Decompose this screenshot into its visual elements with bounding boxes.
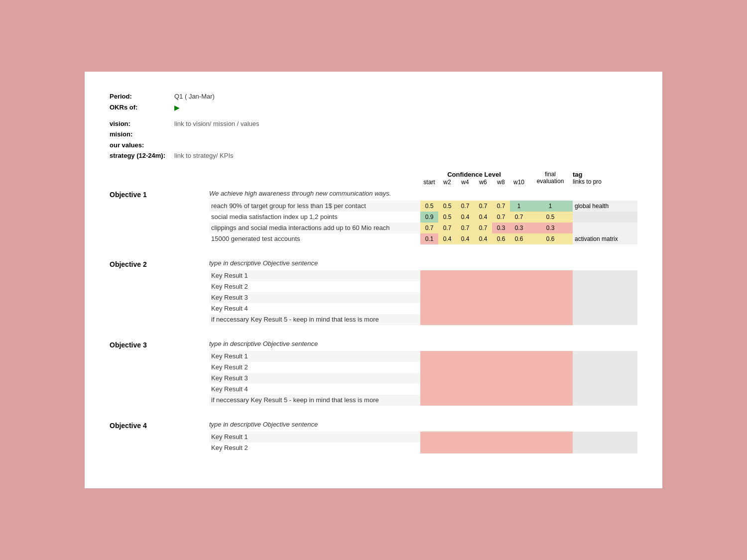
objective-3-krs: Key Result 1Key Result 2Key Result 3Key … xyxy=(110,351,637,406)
objective-4-krs: Key Result 1Key Result 2 xyxy=(110,432,637,453)
kr-2-4-text: Key Result 4 xyxy=(209,303,420,314)
period-label: Period: xyxy=(110,92,174,102)
kr-1-1-start: 0.5 xyxy=(420,201,438,212)
objective-4-label: Objective 4 xyxy=(110,421,209,430)
table-header: Confidence Level start w2 w4 w6 w8 w10 f… xyxy=(110,171,637,186)
kr-3-1-text: Key Result 1 xyxy=(209,351,420,362)
kr-1-2-final: 0.5 xyxy=(528,212,573,223)
kr-3-2-text: Key Result 2 xyxy=(209,362,420,373)
kr-1-2-w6: 0.4 xyxy=(474,212,492,223)
kr-1-4-w4: 0.4 xyxy=(456,233,474,244)
objective-2-label: Objective 2 xyxy=(110,259,209,268)
objective-4-block: Objective 4 type in descriptive Objectiv… xyxy=(110,421,637,453)
kr-1-1-w6: 0.7 xyxy=(474,201,492,212)
kr-1-1-tag: global health xyxy=(573,201,637,212)
kr-1-2-row: social media satisfaction index up 1,2 p… xyxy=(110,212,637,223)
objective-2-krs: Key Result 1Key Result 2Key Result 3Key … xyxy=(110,270,637,325)
kr-1-4-start: 0.1 xyxy=(420,233,438,244)
col-w10: w10 xyxy=(510,179,528,186)
objective-1-label: Objective 1 xyxy=(110,190,209,199)
kr-1-2-w8: 0.7 xyxy=(492,212,510,223)
kr-3-3-text: Key Result 3 xyxy=(209,373,420,384)
strategy-label: strategy (12-24m): xyxy=(110,151,174,161)
kr-2-5-row: if neccessary Key Result 5 - keep in min… xyxy=(110,314,637,325)
kr-2-2-text: Key Result 2 xyxy=(209,281,420,292)
kr-1-1-w8: 0.7 xyxy=(492,201,510,212)
kr-1-4-w8: 0.6 xyxy=(492,233,510,244)
kr-2-5-text: if neccessary Key Result 5 - keep in min… xyxy=(209,314,420,325)
kr-1-4-confidence: 0.1 0.4 0.4 0.4 0.6 0.6 xyxy=(420,233,528,244)
okrs-of-value: ▶ xyxy=(174,103,180,113)
kr-3-2-row: Key Result 2 xyxy=(110,362,637,373)
kr-1-1-final: 1 xyxy=(528,201,573,212)
kr-1-3-confidence: 0.7 0.7 0.7 0.7 0.3 0.3 xyxy=(420,223,528,233)
kr-2-4-row: Key Result 4 xyxy=(110,303,637,314)
kr-1-4-w2: 0.4 xyxy=(438,233,456,244)
vision-value[interactable]: link to vision/ mission / values xyxy=(174,119,259,129)
kr-1-2-text: social media satisfaction index up 1,2 p… xyxy=(209,212,420,223)
kr-1-1-w2: 0.5 xyxy=(438,201,456,212)
meta-section: Period: Q1 ( Jan-Mar) OKRs of: ▶ vision:… xyxy=(110,92,637,161)
objective-3-label: Objective 3 xyxy=(110,340,209,349)
kr-1-4-final: 0.6 xyxy=(528,233,573,244)
kr-2-3-row: Key Result 3 xyxy=(110,292,637,303)
col-w4: w4 xyxy=(456,179,474,186)
col-w6: w6 xyxy=(474,179,492,186)
kr-1-4-tag: activation matrix xyxy=(573,233,637,244)
kr-1-3-start: 0.7 xyxy=(420,223,438,233)
mission-label: mision: xyxy=(110,129,174,139)
kr-3-5-row: if neccessary Key Result 5 - keep in min… xyxy=(110,395,637,406)
our-values-label: our values: xyxy=(110,140,174,150)
kr-2-3-text: Key Result 3 xyxy=(209,292,420,303)
col-start: start xyxy=(420,179,438,186)
kr-1-1-text: reach 90% of target group for less than … xyxy=(209,201,420,212)
kr-4-2-row: Key Result 2 xyxy=(110,443,637,453)
document: Period: Q1 ( Jan-Mar) OKRs of: ▶ vision:… xyxy=(85,72,662,488)
vision-label: vision: xyxy=(110,119,174,129)
kr-3-4-text: Key Result 4 xyxy=(209,384,420,395)
kr-1-4-w10: 0.6 xyxy=(510,233,528,244)
kr-1-4-row: 15000 generated test accounts 0.1 0.4 0.… xyxy=(110,233,637,244)
kr-1-2-w2: 0.5 xyxy=(438,212,456,223)
objective-2-block: Objective 2 type in descriptive Objectiv… xyxy=(110,259,637,325)
objective-4-sentence: type in descriptive Objective sentence xyxy=(209,421,318,428)
objective-1-sentence: We achieve high awareness through new co… xyxy=(209,190,391,197)
final-header: final evaluation xyxy=(528,171,573,185)
kr-2-1-text: Key Result 1 xyxy=(209,270,420,281)
kr-3-3-row: Key Result 3 xyxy=(110,373,637,384)
kr-1-2-confidence: 0.9 0.5 0.4 0.4 0.7 0.7 xyxy=(420,212,528,223)
kr-1-2-w10: 0.7 xyxy=(510,212,528,223)
kr-4-1-text: Key Result 1 xyxy=(209,432,420,443)
kr-1-4-w6: 0.4 xyxy=(474,233,492,244)
kr-1-2-start: 0.9 xyxy=(420,212,438,223)
kr-1-3-w4: 0.7 xyxy=(456,223,474,233)
tag-header: tag links to pro xyxy=(573,171,637,185)
kr-4-1-row: Key Result 1 xyxy=(110,432,637,443)
kr-3-1-row: Key Result 1 xyxy=(110,351,637,362)
kr-3-5-text: if neccessary Key Result 5 - keep in min… xyxy=(209,395,420,406)
kr-1-3-w6: 0.7 xyxy=(474,223,492,233)
kr-1-2-w4: 0.4 xyxy=(456,212,474,223)
kr-1-1-confidence: 0.5 0.5 0.7 0.7 0.7 1 xyxy=(420,201,528,212)
okrs-of-label: OKRs of: xyxy=(110,103,174,113)
objective-3-block: Objective 3 type in descriptive Objectiv… xyxy=(110,340,637,406)
strategy-value[interactable]: link to strategy/ KPIs xyxy=(174,151,234,161)
confidence-level-title: Confidence Level xyxy=(447,171,501,178)
objective-1-block: Objective 1 We achieve high awareness th… xyxy=(110,190,637,244)
links-to-pro: links to pro xyxy=(573,178,602,185)
kr-1-3-final: 0.3 xyxy=(528,223,573,233)
kr-1-3-w10: 0.3 xyxy=(510,223,528,233)
kr-1-4-text: 15000 generated test accounts xyxy=(209,233,420,244)
col-w8: w8 xyxy=(492,179,510,186)
kr-1-1-w4: 0.7 xyxy=(456,201,474,212)
objective-2-sentence: type in descriptive Objective sentence xyxy=(209,259,318,267)
kr-1-3-row: clippings and social media interactions … xyxy=(110,223,637,233)
kr-1-3-text: clippings and social media interactions … xyxy=(209,223,420,233)
period-value: Q1 ( Jan-Mar) xyxy=(174,92,215,102)
kr-1-1-w10: 1 xyxy=(510,201,528,212)
col-w2: w2 xyxy=(438,179,456,186)
kr-1-2-tag xyxy=(573,212,637,223)
kr-2-1-row: Key Result 1 xyxy=(110,270,637,281)
kr-4-2-text: Key Result 2 xyxy=(209,443,420,453)
kr-1-3-w8: 0.3 xyxy=(492,223,510,233)
